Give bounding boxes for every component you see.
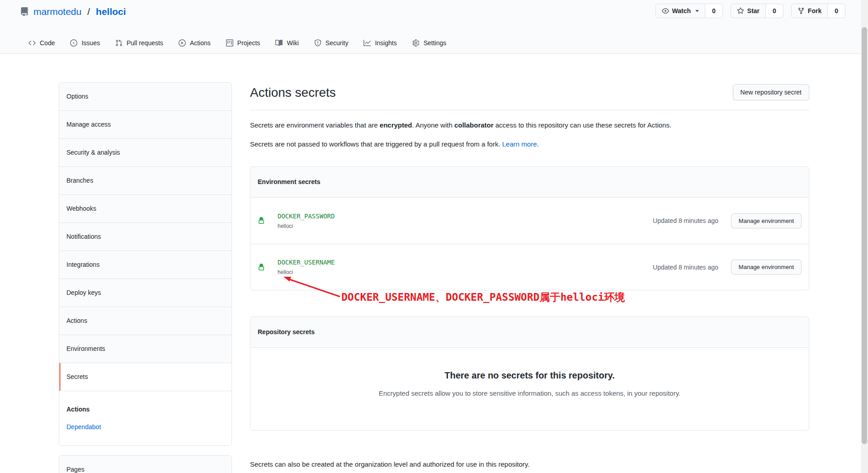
github-settings-page: marmotedu / helloci Watch 0 (0, 0, 868, 473)
book-icon (275, 39, 283, 47)
secret-info: DOCKER_USERNAME helloci (278, 259, 335, 275)
secret-updated-text: Updated 8 minutes ago (653, 217, 718, 224)
secret-row-docker-password: DOCKER_PASSWORD helloci Updated 8 minute… (250, 198, 809, 244)
watch-button[interactable]: Watch (656, 4, 705, 18)
manage-environment-button[interactable]: Manage environment (731, 260, 802, 274)
repo-social-actions: Watch 0 Star 0 Fo (656, 4, 845, 18)
annotation-text: DOCKER_USERNAME、DOCKER_PASSWORD属于helloci… (341, 290, 625, 304)
tab-wiki[interactable]: Wiki (268, 33, 306, 54)
sidebar-item-security-analysis[interactable]: Security & analysis (59, 138, 231, 166)
tab-label: Issues (81, 39, 99, 47)
repo-name-link[interactable]: helloci (96, 5, 126, 18)
intro-paragraph-1: Secrets are environment variables that a… (250, 120, 809, 130)
fork-button[interactable]: Fork (791, 4, 828, 18)
project-icon (226, 39, 233, 47)
eye-icon (662, 7, 669, 14)
star-count[interactable]: 0 (766, 4, 783, 18)
star-icon (737, 7, 744, 14)
sidebar-item-secrets[interactable]: Secrets (59, 363, 231, 391)
sidebar-item-manage-access[interactable]: Manage access (59, 110, 231, 138)
environment-secrets-box: Environment secrets DOCKER_PASSWORD hell… (250, 166, 809, 290)
intro-paragraph-2: Secrets are not passed to workflows that… (250, 139, 809, 149)
secret-row-right: Updated 8 minutes ago Manage environment (653, 213, 802, 228)
star-button[interactable]: Star (731, 4, 766, 18)
submenu-item-actions[interactable]: Actions (66, 405, 224, 414)
fork-icon (797, 7, 805, 14)
manage-environment-button[interactable]: Manage environment (731, 213, 802, 228)
secret-name-link[interactable]: DOCKER_USERNAME (278, 259, 335, 266)
tab-projects[interactable]: Projects (218, 33, 268, 54)
star-button-group: Star 0 (731, 4, 783, 18)
empty-state-title: There are no secrets for this repository… (269, 369, 791, 381)
fork-button-label: Fork (808, 7, 821, 14)
settings-sidebar: Options Manage access Security & analysi… (59, 82, 232, 473)
tab-label: Settings (424, 39, 447, 47)
intro-bold-collaborator: collaborator (454, 121, 494, 129)
tab-label: Wiki (287, 39, 298, 47)
new-repository-secret-button[interactable]: New repository secret (733, 84, 809, 100)
play-icon (179, 39, 186, 47)
intro-text: . Anyone with (412, 121, 454, 129)
repo-icon (20, 7, 29, 16)
repo-owner-link[interactable]: marmotedu (33, 5, 81, 18)
learn-more-link[interactable]: Learn more (502, 140, 537, 148)
settings-menu: Options Manage access Security & analysi… (59, 82, 232, 446)
tab-settings[interactable]: Settings (405, 33, 454, 54)
intro-text: Secrets are environment variables that a… (250, 121, 380, 129)
tab-label: Security (326, 39, 349, 47)
graph-icon (363, 39, 371, 47)
tab-label: Projects (237, 39, 260, 47)
repo-nav-tabs: Code Issues Pull requests Actions Projec… (21, 33, 454, 54)
secret-info: DOCKER_PASSWORD helloci (278, 213, 335, 229)
tab-label: Pull requests (127, 39, 163, 47)
gear-icon (412, 39, 420, 47)
intro-bold-encrypted: encrypted (380, 121, 412, 129)
watch-button-label: Watch (672, 7, 691, 14)
sidebar-item-pages[interactable]: Pages (59, 456, 231, 473)
secret-updated-text: Updated 8 minutes ago (653, 264, 718, 271)
sidebar-item-environments[interactable]: Environments (59, 335, 231, 363)
sidebar-item-notifications[interactable]: Notifications (59, 222, 231, 251)
sidebar-item-webhooks[interactable]: Webhooks (59, 194, 231, 222)
fork-count[interactable]: 0 (828, 4, 845, 18)
tab-code[interactable]: Code (21, 33, 62, 54)
repo-header: marmotedu / helloci Watch 0 (0, 0, 868, 54)
secret-environment-label: helloci (278, 223, 335, 229)
caret-down-icon (695, 10, 699, 12)
main-header-row: Actions secrets New repository secret (250, 84, 809, 101)
secret-row-right: Updated 8 minutes ago Manage environment (653, 260, 802, 274)
secret-name-link[interactable]: DOCKER_PASSWORD (278, 213, 335, 220)
annotation-arrow (280, 274, 344, 299)
tab-pull-requests[interactable]: Pull requests (108, 33, 171, 54)
tab-actions[interactable]: Actions (171, 33, 218, 54)
tab-insights[interactable]: Insights (356, 33, 404, 54)
sidebar-item-integrations[interactable]: Integrations (59, 251, 231, 279)
intro-text: . (537, 140, 539, 148)
scrollbar-thumb[interactable] (862, 27, 867, 444)
empty-state-description: Encrypted secrets allow you to store sen… (269, 388, 791, 398)
submenu-item-dependabot[interactable]: Dependabot (66, 422, 224, 432)
secrets-submenu: Actions Dependabot (59, 391, 231, 445)
repository-secrets-header: Repository secrets (250, 317, 809, 348)
tab-security[interactable]: Security (307, 33, 356, 54)
intro-text: access to this repository can use these … (494, 121, 672, 129)
page-title: Actions secrets (250, 84, 336, 101)
sidebar-item-deploy-keys[interactable]: Deploy keys (59, 279, 231, 307)
environment-secrets-header: Environment secrets (250, 167, 809, 198)
intro-text: Secrets are not passed to workflows that… (250, 140, 502, 148)
tab-label: Code (40, 39, 55, 47)
sidebar-item-branches[interactable]: Branches (59, 166, 231, 194)
fork-button-group: Fork 0 (791, 4, 845, 18)
org-secrets-note: Secrets can also be created at the organ… (250, 459, 809, 469)
watch-count[interactable]: 0 (705, 4, 723, 18)
star-button-label: Star (747, 7, 760, 14)
tab-label: Actions (190, 39, 211, 47)
code-icon (28, 39, 36, 47)
sidebar-item-actions[interactable]: Actions (59, 307, 231, 335)
repository-secrets-box: Repository secrets There are no secrets … (250, 317, 809, 430)
settings-menu-pages: Pages (59, 455, 232, 473)
pull-request-icon (115, 39, 123, 47)
tab-issues[interactable]: Issues (62, 33, 107, 54)
repository-secrets-empty-state: There are no secrets for this repository… (250, 348, 809, 430)
sidebar-item-options[interactable]: Options (59, 83, 231, 110)
